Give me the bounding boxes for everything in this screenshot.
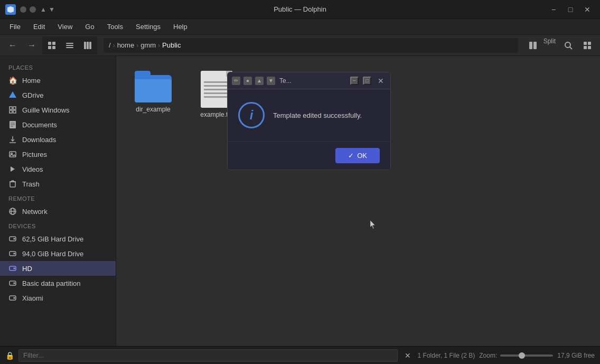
- sidebar-item-pictures[interactable]: Pictures: [0, 147, 116, 162]
- cursor: [370, 220, 376, 229]
- panels-button[interactable]: [579, 38, 596, 53]
- maximize-button[interactable]: □: [563, 4, 578, 15]
- statusbar: 🔒 ✕ 1 Folder, 1 File (2 B) Zoom: 17,9 Gi…: [0, 346, 600, 364]
- guille-icon: [8, 106, 17, 114]
- view-icons-button[interactable]: [43, 38, 60, 53]
- sidebar-item-xiaomi[interactable]: Xiaomi: [0, 291, 116, 305]
- menu-help[interactable]: Help: [168, 21, 193, 33]
- dialog-title: Te...: [279, 77, 346, 85]
- home-icon: 🏠: [8, 76, 17, 85]
- sidebar-item-downloads[interactable]: Downloads: [0, 132, 116, 147]
- view-list-button[interactable]: [61, 38, 78, 53]
- breadcrumb-sep2: ›: [136, 42, 138, 49]
- sidebar-item-harddrive2[interactable]: 94,0 GiB Hard Drive: [0, 246, 116, 261]
- svg-point-46: [14, 268, 15, 269]
- svg-rect-21: [13, 107, 16, 109]
- titlebar-left: ▲ ▼: [5, 4, 55, 15]
- titlebar-dots: [20, 6, 36, 13]
- sidebar-item-network[interactable]: Network: [0, 204, 116, 219]
- dialog-close-button[interactable]: ✕: [376, 76, 386, 86]
- folder-front: [135, 79, 172, 102]
- svg-point-13: [565, 42, 570, 48]
- file-count-info: 1 Folder, 1 File (2 B): [418, 352, 475, 359]
- minimize-button[interactable]: −: [546, 4, 561, 15]
- search-button[interactable]: [560, 38, 577, 53]
- zoom-track[interactable]: [500, 354, 553, 357]
- svg-rect-12: [533, 42, 537, 49]
- dialog-footer: ✓ OK: [228, 141, 390, 170]
- split-button[interactable]: [524, 38, 541, 53]
- dialog-pencil-icon: ✏: [232, 77, 240, 85]
- up-arrow-icon: ▲: [40, 6, 46, 13]
- svg-rect-8: [84, 42, 86, 49]
- menu-tools[interactable]: Tools: [102, 21, 128, 33]
- menu-file[interactable]: File: [4, 21, 26, 33]
- svg-rect-22: [10, 110, 12, 113]
- forward-button[interactable]: →: [23, 38, 40, 53]
- sidebar-item-videos[interactable]: Videos: [0, 162, 116, 176]
- sidebar-item-basicdata[interactable]: Basic data partition: [0, 276, 116, 291]
- ok-label: OK: [357, 152, 367, 160]
- svg-rect-11: [529, 42, 532, 49]
- sidebar-label-hd: HD: [22, 265, 32, 273]
- filter-close-button[interactable]: ✕: [402, 350, 414, 361]
- dialog-minimize-button[interactable]: −: [350, 77, 359, 85]
- sidebar-item-trash[interactable]: Trash: [0, 176, 116, 191]
- sidebar-label-hd1: 62,5 GiB Hard Drive: [22, 235, 83, 243]
- pictures-icon: [8, 150, 17, 158]
- sidebar-item-hd[interactable]: HD: [0, 261, 116, 276]
- filter-input[interactable]: [18, 349, 398, 362]
- zoom-thumb[interactable]: [519, 352, 525, 359]
- back-button[interactable]: ←: [4, 38, 21, 53]
- sidebar-label-hd2: 94,0 GiB Hard Drive: [22, 250, 83, 258]
- menu-view[interactable]: View: [52, 21, 78, 33]
- zoom-label: Zoom:: [479, 352, 497, 359]
- sidebar-item-home[interactable]: 🏠 Home: [0, 73, 116, 88]
- dialog-message: Template edited successfully.: [273, 111, 362, 119]
- breadcrumb-root[interactable]: /: [109, 41, 111, 49]
- sidebar-item-documents[interactable]: Documents: [0, 117, 116, 132]
- success-dialog: ✏ ● ▲ ▼ Te... − □ ✕ i Template edited su…: [227, 72, 391, 170]
- down-arrow-icon: ▼: [49, 6, 55, 13]
- dir-example-label: dir_example: [136, 106, 170, 113]
- ok-button[interactable]: ✓ OK: [335, 148, 380, 163]
- hd-icon: [8, 264, 17, 273]
- downloads-icon: [8, 135, 17, 144]
- sidebar-label-guille: Guille Windows: [22, 106, 70, 114]
- info-icon: i: [238, 102, 265, 128]
- menu-go[interactable]: Go: [80, 21, 99, 33]
- svg-point-50: [14, 297, 15, 298]
- svg-marker-32: [11, 166, 15, 172]
- sidebar-label-trash: Trash: [22, 180, 40, 188]
- sidebar-item-guille[interactable]: Guille Windows: [0, 102, 116, 117]
- ok-checkmark-icon: ✓: [348, 152, 354, 160]
- close-button[interactable]: ✕: [580, 4, 595, 15]
- sidebar-item-harddrive1[interactable]: 62,5 GiB Hard Drive: [0, 231, 116, 246]
- view-compact-button[interactable]: [79, 38, 96, 53]
- svg-rect-33: [10, 182, 15, 187]
- titlebar-arrows: ▲ ▼: [40, 6, 55, 13]
- breadcrumb-public[interactable]: Public: [162, 41, 181, 49]
- lock-icon: 🔒: [5, 351, 14, 360]
- txt-line1: [204, 81, 229, 83]
- sidebar-item-gdrive[interactable]: GDrive: [0, 88, 116, 102]
- sidebar-label-xiaomi: Xiaomi: [22, 294, 43, 302]
- breadcrumb-gmm[interactable]: gmm: [140, 41, 156, 49]
- dialog-maximize-button[interactable]: □: [363, 77, 371, 85]
- svg-rect-7: [66, 47, 73, 48]
- sidebar-label-documents: Documents: [22, 121, 57, 129]
- svg-rect-2: [52, 42, 55, 45]
- breadcrumb-sep1: ›: [113, 42, 115, 49]
- dialog-down-icon: ▼: [267, 77, 275, 85]
- basicdata-icon: [8, 279, 17, 287]
- file-item-dir-example[interactable]: dir_example: [127, 67, 180, 123]
- dot2: [30, 6, 36, 13]
- menu-settings[interactable]: Settings: [130, 21, 166, 33]
- menu-edit[interactable]: Edit: [28, 21, 50, 33]
- breadcrumb-home[interactable]: home: [117, 41, 135, 49]
- sidebar-label-videos: Videos: [22, 165, 43, 173]
- places-section-title: Places: [0, 60, 116, 73]
- svg-point-48: [14, 283, 15, 284]
- svg-rect-15: [584, 42, 587, 45]
- svg-rect-16: [588, 42, 591, 45]
